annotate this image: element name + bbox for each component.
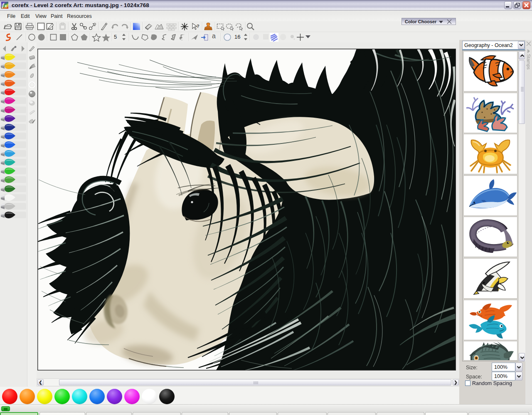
svg-text:?: ?: [197, 24, 200, 29]
svg-text:x: x: [5, 4, 7, 8]
